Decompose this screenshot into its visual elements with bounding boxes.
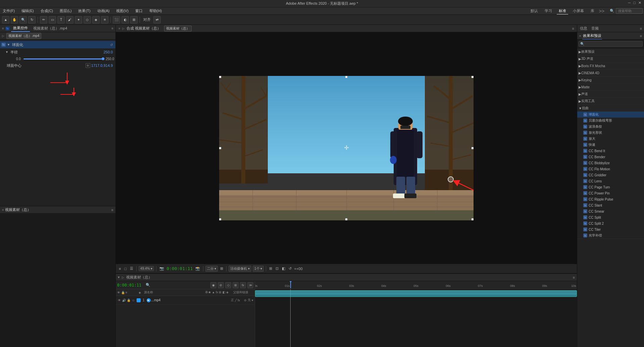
source-viewer-menu[interactable]: ≡	[111, 208, 113, 212]
category-keying-header[interactable]: ▶ Keying	[577, 77, 644, 83]
effect-item-optical-compensation[interactable]: fx 光学补偿	[577, 232, 644, 238]
refresh-btn[interactable]: ↺	[288, 266, 293, 271]
effect-item-magnify[interactable]: fx 放大	[577, 136, 644, 142]
ws-small[interactable]: 小屏幕	[571, 8, 586, 14]
preview-output-btn[interactable]: ☰	[129, 266, 134, 271]
effect-item-cc-smear[interactable]: fx CC Smear	[577, 208, 644, 214]
source-clip-tag[interactable]: 视频素材（总）.mp4	[6, 33, 41, 39]
gradient-tool-btn[interactable]: ◐	[121, 16, 129, 24]
menu-window[interactable]: 窗口	[134, 8, 144, 14]
paint-tool-btn[interactable]: 🖌	[66, 16, 73, 24]
effect-center-value[interactable]: 1717.0,914.9	[91, 63, 113, 68]
view-count-dropdown[interactable]: 1个 ▾	[253, 266, 264, 272]
layer-parent-dropdown[interactable]: ▾	[252, 299, 253, 302]
tl-parent-btn[interactable]: ⊘	[218, 282, 224, 288]
effect-item-glow[interactable]: fx 放光形状	[577, 130, 644, 136]
category-boris-header[interactable]: ▶ Boris FX Mocha	[577, 62, 644, 69]
tl-keys-btn[interactable]: ◇	[225, 282, 231, 288]
effect-item-cc-tiler[interactable]: fx CC Tiler	[577, 226, 644, 232]
effect-item-cc-split2[interactable]: fx CC Split 2	[577, 220, 644, 226]
menu-file[interactable]: 文件(F)	[1, 8, 16, 14]
effect-item-cc-lens[interactable]: fx CC Lens	[577, 178, 644, 184]
zoom-dropdown[interactable]: 49.4% ▾	[139, 266, 154, 271]
region-btn[interactable]: ⊞	[219, 266, 224, 271]
puppet-tool-btn[interactable]: ✳	[101, 16, 108, 24]
clone-tool-btn[interactable]: ✦	[75, 16, 82, 24]
effect-item-cc-power-pin[interactable]: fx CC Power Pin	[577, 190, 644, 196]
menu-edit[interactable]: 编辑(E)	[20, 8, 35, 14]
ws-standard[interactable]: 标准	[557, 8, 568, 14]
camera-icon-btn[interactable]: 📷	[158, 266, 165, 271]
track-clip-main[interactable]	[255, 290, 577, 297]
maximize-btn[interactable]: □	[633, 1, 636, 5]
tl-mode-btn[interactable]: ⊞	[233, 282, 239, 288]
layer-mode-label[interactable]: 正	[231, 298, 234, 302]
ws-library[interactable]: 库	[589, 8, 596, 14]
menu-help[interactable]: 帮助(H)	[148, 8, 163, 14]
effect-item-wave[interactable]: fx 波浪条纹	[577, 124, 644, 130]
tab-footage[interactable]: 视频素材（总）.mp4	[31, 25, 69, 32]
snap-btn[interactable]: ⊡	[275, 266, 280, 271]
effect-reset-icon[interactable]: ↺	[110, 43, 113, 47]
layer-audio-icon[interactable]: 🔊	[122, 299, 126, 302]
layer-parent-label[interactable]: 无	[248, 298, 251, 302]
slider-thumb[interactable]	[102, 57, 104, 60]
effect-item-cc-ripple-pulse[interactable]: fx CC Ripple Pulse	[577, 196, 644, 202]
category-distort-header[interactable]: ▼ 扭曲	[577, 105, 644, 112]
layer-lock-icon[interactable]: 🔒	[127, 299, 131, 302]
eraser-tool-btn[interactable]: ◇	[84, 16, 91, 24]
shape-tool-btn[interactable]: ⬛	[113, 16, 120, 24]
tl-search-btn[interactable]: 🔍	[145, 282, 151, 288]
effect-sphere-center[interactable]: 球面中心 ⊕ 1717.0,914.9	[0, 62, 115, 69]
timecode-display[interactable]: 0:00:01:11	[166, 266, 193, 271]
category-cinema4d-header[interactable]: ▶ CINEMA 4D	[577, 70, 644, 76]
render-mode-dropdown[interactable]: 二分 ▾	[205, 266, 218, 272]
right-panel-menu[interactable]: ≡	[640, 27, 642, 31]
tab-effects-controls[interactable]: 效果控件	[11, 25, 30, 32]
effect-item-fast[interactable]: fx 快速	[577, 142, 644, 148]
grid-btn[interactable]: ⊞	[268, 266, 273, 271]
preview-view-btn[interactable]: □	[123, 266, 128, 271]
menu-view[interactable]: 视图(V)	[115, 8, 130, 14]
menu-layer[interactable]: 图层(L)	[58, 8, 73, 14]
menu-animation[interactable]: 动画(A)	[96, 8, 111, 14]
effects-search-input[interactable]	[579, 41, 643, 47]
menu-composition[interactable]: 合成(C)	[39, 8, 54, 14]
more-workspaces-btn[interactable]: >>	[599, 8, 604, 14]
tab-effects-presets[interactable]: 效果和预设	[582, 33, 602, 39]
comp-tab[interactable]: 视频素材（总）	[164, 26, 192, 32]
layer-switch-btn[interactable]: ╱	[235, 299, 237, 302]
align-btn[interactable]: ⇄	[153, 16, 161, 24]
effect-item-spherize[interactable]: fx 球面化	[577, 112, 644, 118]
category-3d-header[interactable]: ▶ 3D 声道	[577, 55, 644, 62]
mask-btn[interactable]: ◧	[281, 266, 286, 271]
roto-tool-btn[interactable]: ◈	[92, 16, 100, 24]
select-tool-btn[interactable]: ▲	[2, 16, 9, 24]
effect-item-cc-flo-motion[interactable]: fx CC Flo Motion	[577, 166, 644, 172]
category-audio-channel-header[interactable]: ▶ 声道	[577, 91, 644, 97]
effect-item-cc-griddler[interactable]: fx CC Griddler	[577, 172, 644, 178]
effect-radius-value[interactable]: 250.0	[103, 50, 113, 54]
effect-item-bezier[interactable]: fx 贝塞尔曲线弯形	[577, 118, 644, 124]
category-presets-header[interactable]: ▶ 效果预设	[577, 48, 644, 55]
effect-item-cc-bend-it[interactable]: fx CC Bend It	[577, 148, 644, 154]
ws-default[interactable]: 默认	[529, 8, 540, 14]
timeline-menu[interactable]: ≡	[573, 275, 575, 279]
menu-effects[interactable]: 效果(T)	[77, 8, 92, 14]
close-btn[interactable]: ✕	[638, 1, 641, 5]
panel-options-icon[interactable]: ≡	[111, 27, 113, 30]
effect-radius[interactable]: ▼ 半径 250.0	[0, 48, 115, 56]
layer-fx-btn[interactable]: fx	[238, 299, 240, 302]
tl-effects-btn[interactable]: fx	[240, 282, 246, 288]
tl-more-btn[interactable]: ≫	[247, 282, 253, 288]
radius-slider-track[interactable]	[23, 58, 103, 59]
effect-spherize[interactable]: fx ▼ 球面化 ↺	[0, 41, 115, 48]
layer-shy-icon[interactable]: ☺	[131, 299, 135, 302]
tab-info[interactable]: 信息	[579, 25, 588, 32]
effect-item-cc-split[interactable]: fx CC Split	[577, 214, 644, 220]
timeline-tracks-area[interactable]	[255, 289, 577, 347]
snapshot-btn[interactable]: 📸	[194, 266, 201, 271]
minimize-btn[interactable]: ─	[628, 1, 631, 5]
text-tool-btn[interactable]: T	[57, 16, 65, 24]
category-matte-header[interactable]: ▶ Matte	[577, 84, 644, 90]
